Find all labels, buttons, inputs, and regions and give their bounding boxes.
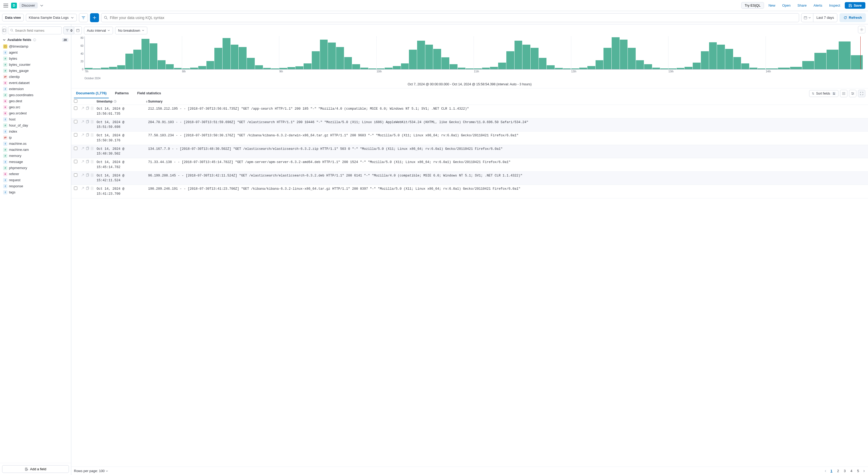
expand-icon[interactable] [81, 120, 85, 124]
doc-icon[interactable] [90, 147, 94, 150]
histogram-bar[interactable] [725, 49, 733, 69]
histogram-day-group[interactable]: 7th [85, 36, 182, 69]
expand-icon[interactable] [81, 107, 85, 110]
histogram-bar[interactable] [839, 41, 850, 69]
histogram-bar[interactable] [417, 41, 425, 69]
expand-icon[interactable] [81, 173, 85, 177]
chart-toggle-button[interactable] [74, 26, 82, 34]
histogram-bar[interactable] [166, 64, 174, 69]
chart-settings-button[interactable] [858, 26, 865, 33]
expand-icon[interactable] [81, 160, 85, 164]
date-picker-calendar-button[interactable] [802, 13, 813, 22]
histogram-bar[interactable] [109, 67, 117, 69]
nav-menu-button[interactable] [3, 2, 9, 9]
histogram-bar[interactable] [802, 61, 814, 69]
copy-icon[interactable] [86, 186, 89, 190]
copy-icon[interactable] [86, 120, 89, 124]
interval-selector[interactable]: Auto interval [84, 27, 113, 34]
histogram-bar[interactable] [539, 58, 547, 69]
row-checkbox[interactable] [74, 133, 78, 137]
expand-icon[interactable] [81, 133, 85, 137]
col-header-timestamp[interactable]: timestamp [97, 99, 113, 103]
histogram-bar[interactable] [117, 65, 125, 69]
app-switcher-button[interactable]: Discover [19, 2, 38, 8]
save-button[interactable]: Save [845, 2, 865, 9]
histogram-bar[interactable] [749, 68, 757, 69]
histogram-bar[interactable] [271, 68, 279, 69]
histogram-day-group[interactable]: 14th [766, 36, 863, 69]
histogram-bar[interactable] [239, 47, 247, 69]
histogram-bar[interactable] [279, 68, 287, 69]
doc-icon[interactable] [90, 107, 94, 110]
histogram-bar[interactable] [579, 68, 587, 69]
inspect-link[interactable]: Inspect [829, 3, 840, 7]
display-options-button[interactable] [849, 90, 857, 97]
tab-documents[interactable]: Documents (1,776) [74, 89, 109, 98]
breakdown-selector[interactable]: No breakdown [115, 27, 147, 34]
histogram-bar[interactable] [214, 48, 222, 69]
kql-search-input[interactable] [110, 16, 796, 20]
histogram-bar[interactable] [474, 68, 482, 69]
histogram-bar[interactable] [669, 68, 676, 69]
histogram-bar[interactable] [393, 66, 401, 69]
field-item[interactable]: kgeo.src [2, 104, 69, 110]
histogram-bar[interactable] [247, 58, 255, 69]
new-link[interactable]: New [769, 3, 775, 7]
histogram-bar[interactable] [515, 41, 522, 69]
histogram-bar[interactable] [198, 66, 206, 69]
tab-field-statistics[interactable]: Field statistics [135, 89, 163, 98]
sort-desc-icon[interactable] [146, 100, 148, 103]
histogram-bar[interactable] [498, 63, 506, 69]
field-item[interactable]: #bytes_gauge [2, 68, 69, 74]
histogram-bar[interactable] [555, 68, 563, 69]
histogram-bar[interactable] [701, 51, 709, 69]
page-number[interactable]: 3 [843, 468, 847, 473]
histogram-bar[interactable] [207, 61, 214, 69]
histogram-bar[interactable] [344, 57, 352, 69]
field-item[interactable]: IPclientip [2, 74, 69, 80]
histogram-bar[interactable] [93, 68, 101, 69]
field-item[interactable]: kevent.dataset [2, 80, 69, 86]
field-item[interactable]: IPip [2, 135, 69, 141]
histogram-bar[interactable] [287, 67, 296, 69]
field-item[interactable]: kgeo.dest [2, 98, 69, 104]
histogram-bar[interactable] [595, 60, 603, 69]
filter-toggle-button[interactable] [79, 13, 88, 22]
histogram-bar[interactable] [603, 48, 611, 69]
histogram-day-group[interactable]: 12th [571, 36, 669, 69]
add-field-button[interactable]: Add a field [2, 465, 69, 473]
page-number[interactable]: 4 [849, 468, 854, 473]
histogram-bar[interactable] [222, 38, 230, 69]
field-item[interactable]: kgeo.srcdest [2, 110, 69, 116]
histogram-bar[interactable] [190, 68, 198, 69]
histogram-bar[interactable] [320, 40, 328, 69]
data-view-selector[interactable]: Data view [2, 14, 24, 21]
field-item[interactable]: tindex [2, 128, 69, 135]
histogram-day-group[interactable]: 8th [182, 36, 279, 69]
histogram-bar[interactable] [778, 68, 790, 69]
table-row[interactable]: Oct 14, 2024 @ 15:41:23.700190.209.246.1… [71, 185, 868, 199]
histogram-bar[interactable] [263, 68, 271, 69]
histogram-bar[interactable] [101, 68, 109, 69]
field-item[interactable]: tmessage [2, 159, 69, 165]
kql-search[interactable] [101, 13, 799, 22]
expand-icon[interactable] [81, 147, 85, 150]
histogram-bar[interactable] [158, 60, 165, 69]
histogram-bar[interactable] [571, 68, 579, 69]
field-item[interactable]: #hour_of_day [2, 122, 69, 128]
data-view-value[interactable]: Kibana Sample Data Logs [26, 14, 77, 21]
histogram-day-group[interactable]: 10th [376, 36, 474, 69]
histogram-bar[interactable] [563, 68, 571, 69]
table-row[interactable]: Oct 14, 2024 @ 15:48:30.502134.167.7.9 -… [71, 145, 868, 158]
histogram-bar[interactable] [612, 37, 620, 69]
histogram-bar[interactable] [401, 63, 409, 69]
copy-icon[interactable] [86, 147, 89, 150]
field-item[interactable]: tmachine.os [2, 141, 69, 147]
expand-icon[interactable] [81, 186, 85, 190]
field-item[interactable]: @timestamp [2, 43, 69, 50]
copy-icon[interactable] [86, 107, 89, 110]
field-item[interactable]: tresponse [2, 183, 69, 189]
field-search-input[interactable] [15, 29, 59, 32]
histogram-bar[interactable] [450, 64, 458, 69]
histogram-bar[interactable] [133, 50, 141, 69]
